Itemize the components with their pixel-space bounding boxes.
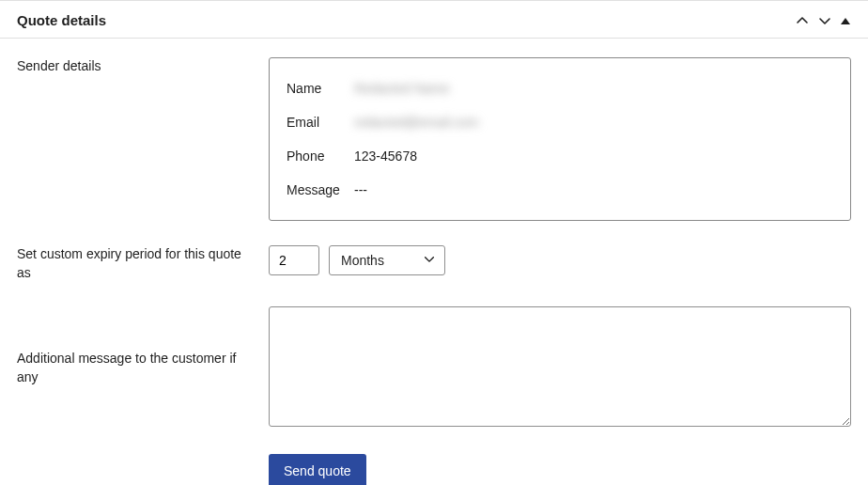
additional-message-row: Additional message to the customer if an… [17,306,851,430]
collapse-triangle-icon[interactable] [840,15,851,26]
sender-message-row: Message --- [287,173,833,207]
sender-name-value: Redacted Name [354,81,449,96]
chevron-up-icon[interactable] [795,13,810,28]
send-quote-button[interactable]: Send quote [269,454,366,485]
sender-email-row: Email redacted@email.com [287,105,833,139]
panel-header-controls [795,13,851,28]
expiry-controls: Months [269,245,851,275]
sender-details-row: Sender details Name Redacted Name Email … [17,57,851,221]
sender-phone-value: 123-45678 [354,149,417,164]
svg-marker-0 [841,18,850,24]
sender-details-label: Sender details [17,57,269,76]
chevron-down-icon[interactable] [817,13,832,28]
expiry-unit-value: Months [329,245,445,275]
additional-message-textarea[interactable] [269,306,851,427]
expiry-label: Set custom expiry period for this quote … [17,245,269,282]
sender-email-label: Email [287,115,354,130]
sender-email-value: redacted@email.com [354,115,479,130]
expiry-row: Set custom expiry period for this quote … [17,245,851,282]
panel-body: Sender details Name Redacted Name Email … [0,39,868,485]
quote-details-panel: Quote details Sender details Name Redact… [0,0,868,485]
additional-message-label: Additional message to the customer if an… [17,350,269,386]
expiry-number-input[interactable] [269,245,319,275]
panel-header: Quote details [0,1,868,39]
sender-name-row: Name Redacted Name [287,71,833,105]
panel-title: Quote details [17,12,106,28]
expiry-unit-select[interactable]: Months [329,245,445,275]
actions-row: Send quote [269,454,851,485]
sender-message-label: Message [287,182,354,197]
sender-details-box: Name Redacted Name Email redacted@email.… [269,57,851,221]
sender-phone-row: Phone 123-45678 [287,139,833,173]
sender-message-value: --- [354,182,367,197]
sender-name-label: Name [287,81,354,96]
sender-phone-label: Phone [287,149,354,164]
